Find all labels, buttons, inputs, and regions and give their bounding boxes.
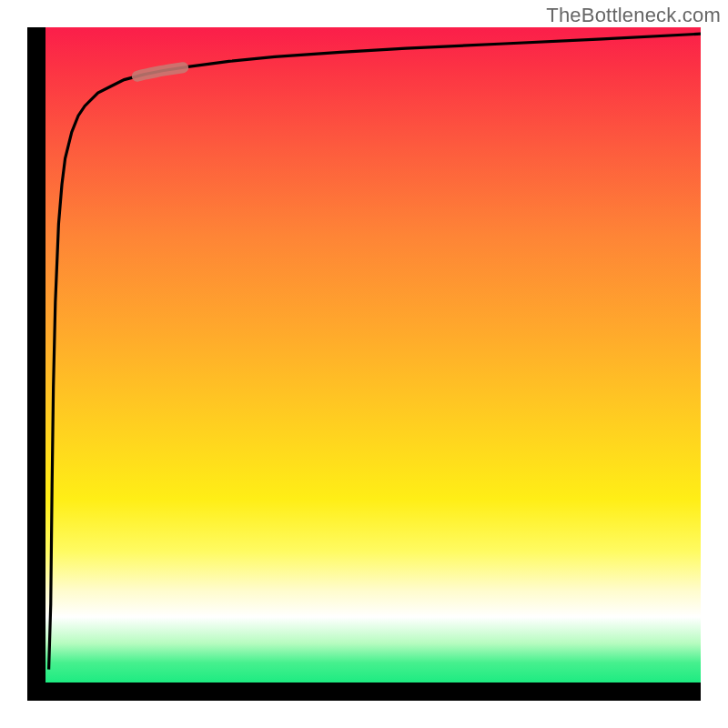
chart-svg [46, 27, 701, 682]
bottleneck-curve-line [49, 34, 701, 669]
curve-highlight-segment [137, 67, 183, 76]
watermark-text: TheBottleneck.com [546, 4, 721, 27]
chart-plot-area [46, 27, 701, 682]
chart-container: TheBottleneck.com [0, 0, 728, 728]
